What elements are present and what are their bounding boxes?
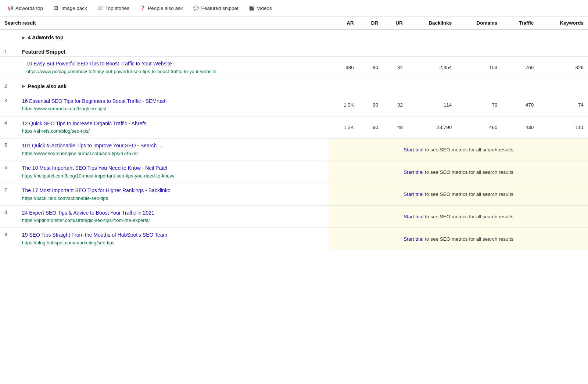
result-title[interactable]: 101 Quick & Actionable Tips to Improve Y…	[22, 142, 325, 150]
metric-ar: 986	[329, 57, 358, 79]
result-row: 4 12 Quick SEO Tips to Increase Organic …	[0, 116, 588, 139]
featured-snippet-header-row: 1 Featured Snippet	[0, 45, 588, 57]
videos-icon: 🎬	[249, 5, 255, 11]
result-url: https://optinmonster.com/strategic-seo-t…	[22, 217, 325, 224]
metric-traffic: 430	[502, 116, 538, 139]
metric-ar: 1.2K	[329, 116, 358, 139]
col-backlinks: Backlinks	[407, 17, 456, 30]
metric-traffic: 760	[502, 57, 538, 79]
nav-item-adwords-top[interactable]: 📢Adwords top	[7, 5, 43, 11]
collapse-arrow: ▶	[22, 84, 25, 88]
metric-backlinks: 114	[407, 94, 456, 116]
start-trial-link[interactable]: Start trial	[404, 169, 423, 175]
nav-item-featured-snippet[interactable]: 💬Featured snippet	[193, 5, 238, 11]
result-title[interactable]: The 10 Most Important SEO Tips You Need …	[22, 165, 325, 172]
start-trial-link[interactable]: Start trial	[404, 236, 423, 242]
section-label[interactable]: ▶ People also ask	[22, 83, 584, 89]
trial-row: 8 24 Expert SEO Tips & Advice to Boost Y…	[0, 205, 588, 228]
result-url: https://backlinko.com/actionable-seo-tip…	[22, 195, 325, 202]
result-content: The 10 Most Important SEO Tips You Need …	[18, 161, 329, 183]
result-row: 3 16 Essential SEO Tips for Beginners to…	[0, 94, 588, 116]
nav-label-image-pack: Image pack	[61, 6, 87, 11]
start-trial-link[interactable]: Start trial	[404, 214, 423, 219]
metric-keywords: 326	[538, 57, 588, 79]
result-url: https://blog.hubspot.com/marketing/seo-t…	[22, 240, 325, 246]
result-row: 10 Easy But Powerful SEO Tips to Boost T…	[0, 57, 588, 79]
row-num: 7	[0, 183, 18, 205]
col-ar: AR	[329, 17, 358, 30]
result-content: 10 Easy But Powerful SEO Tips to Boost T…	[18, 57, 329, 79]
col-search-result: Search result	[0, 17, 329, 30]
result-content: 12 Quick SEO Tips to Increase Organic Tr…	[18, 116, 329, 139]
metric-backlinks: 2,354	[407, 57, 456, 79]
adwords-top-icon: 📢	[7, 5, 13, 11]
metric-ur: 32	[383, 94, 407, 116]
trial-row: 6 The 10 Most Important SEO Tips You Nee…	[0, 161, 588, 183]
col-keywords: Keywords	[538, 17, 588, 30]
section-text: 4 Adwords top	[28, 35, 64, 40]
section-row: ▶ 4 Adwords top	[0, 30, 588, 45]
nav-label-people-also-ask: People also ask	[148, 6, 183, 11]
metric-keywords: 74	[538, 94, 588, 116]
trial-cell: Start trial to see SEO metrics for all s…	[329, 161, 588, 183]
metric-dr: 90	[358, 94, 383, 116]
table-header: Search result AR DR UR Backlinks Domains…	[0, 17, 588, 30]
row-num	[0, 57, 18, 79]
section-label[interactable]: ▶ 4 Adwords top	[22, 35, 584, 40]
result-content: 24 Expert SEO Tips & Advice to Boost You…	[18, 205, 329, 228]
top-nav: 📢Adwords top🖼Image pack📰Top stories❓Peop…	[0, 0, 588, 17]
trial-cell: Start trial to see SEO metrics for all s…	[329, 139, 588, 161]
trial-text: to see SEO metrics for all search result…	[425, 236, 513, 242]
result-title[interactable]: 24 Expert SEO Tips & Advice to Boost You…	[22, 209, 325, 217]
people-also-ask-icon: ❓	[140, 5, 146, 11]
metric-ur: 48	[383, 116, 407, 139]
nav-item-top-stories[interactable]: 📰Top stories	[97, 5, 129, 11]
trial-cell: Start trial to see SEO metrics for all s…	[329, 228, 588, 250]
metric-dr: 90	[358, 116, 383, 139]
metric-domains: 153	[456, 57, 502, 79]
section-cell: ▶ 4 Adwords top	[18, 30, 588, 45]
row-num: 5	[0, 139, 18, 161]
row-num: 6	[0, 161, 18, 183]
snippet-header-cell: Featured Snippet	[18, 45, 588, 57]
result-title[interactable]: 10 Easy But Powerful SEO Tips to Boost T…	[26, 60, 325, 68]
result-title[interactable]: 16 Essential SEO Tips for Beginners to B…	[22, 98, 325, 105]
top-stories-icon: 📰	[97, 5, 103, 11]
start-trial-link[interactable]: Start trial	[404, 147, 423, 152]
metric-ur: 34	[383, 57, 407, 79]
nav-label-featured-snippet: Featured snippet	[201, 6, 238, 11]
section-cell: ▶ People also ask	[18, 79, 588, 94]
result-title[interactable]: 12 Quick SEO Tips to Increase Organic Tr…	[22, 120, 325, 128]
nav-label-adwords-top: Adwords top	[15, 6, 43, 11]
metric-domains: 460	[456, 116, 502, 139]
row-num: 1	[0, 45, 18, 57]
results-table-wrap: Search result AR DR UR Backlinks Domains…	[0, 17, 588, 250]
trial-text: to see SEO metrics for all search result…	[425, 147, 513, 152]
result-url: https://www.semrush.com/blog/seo-tips/	[22, 105, 325, 112]
trial-cell: Start trial to see SEO metrics for all s…	[329, 183, 588, 205]
result-content: 101 Quick & Actionable Tips to Improve Y…	[18, 139, 329, 161]
trial-row: 9 19 SEO Tips Straight From the Mouths o…	[0, 228, 588, 250]
image-pack-icon: 🖼	[53, 5, 59, 11]
nav-item-people-also-ask[interactable]: ❓People also ask	[140, 5, 183, 11]
result-content: 19 SEO Tips Straight From the Mouths of …	[18, 228, 329, 250]
nav-label-videos: Videos	[257, 6, 272, 11]
result-url: https://www.searchenginejournal.com/seo-…	[22, 150, 325, 157]
section-row: 2 ▶ People also ask	[0, 79, 588, 94]
nav-label-top-stories: Top stories	[105, 6, 129, 11]
featured-snippet-icon: 💬	[193, 5, 199, 11]
trial-text: to see SEO metrics for all search result…	[425, 214, 513, 219]
result-url: https://www.pcmag.com/how-to/easy-but-po…	[26, 68, 325, 75]
start-trial-link[interactable]: Start trial	[404, 191, 423, 197]
col-domains: Domains	[456, 17, 502, 30]
result-title[interactable]: 19 SEO Tips Straight From the Mouths of …	[22, 232, 325, 239]
result-url: https://neilpatel.com/blog/10-most-impor…	[22, 173, 325, 179]
section-text: People also ask	[28, 83, 67, 89]
metric-keywords: 111	[538, 116, 588, 139]
result-content: 16 Essential SEO Tips for Beginners to B…	[18, 94, 329, 116]
nav-item-image-pack[interactable]: 🖼Image pack	[53, 5, 87, 11]
nav-item-videos[interactable]: 🎬Videos	[249, 5, 272, 11]
row-num: 9	[0, 228, 18, 250]
result-title[interactable]: The 17 Most Important SEO Tips for Highe…	[22, 187, 325, 194]
row-num	[0, 30, 18, 45]
